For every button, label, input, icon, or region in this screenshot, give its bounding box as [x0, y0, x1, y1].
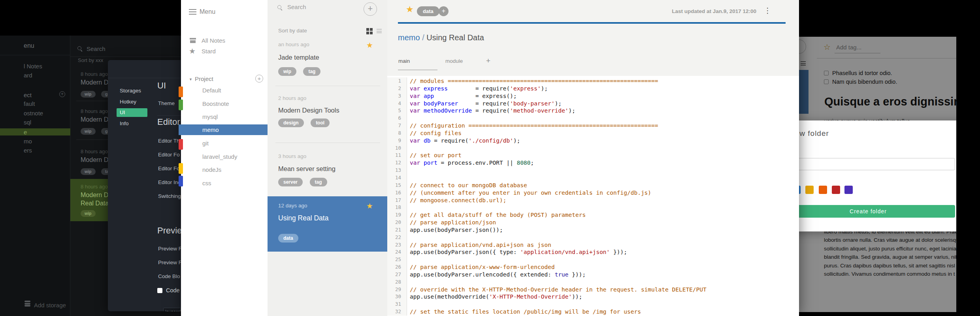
add-folder-icon[interactable]: + — [255, 75, 263, 83]
settings-nav-ui-selected[interactable]: UI — [117, 108, 147, 117]
settings-codeblock-row[interactable]: Code Blo — [158, 273, 180, 279]
tag-badge[interactable]: wip — [81, 91, 96, 98]
code-line[interactable]: 17// mongoose.connect(db.url); — [387, 197, 799, 204]
color-swatch[interactable] — [799, 186, 801, 194]
code-line[interactable]: 16// (uncomment after you enter in your … — [387, 189, 799, 197]
left-menu-label[interactable]: enu — [24, 42, 34, 49]
tag-badge[interactable]: data — [278, 234, 298, 243]
note-star-icon[interactable]: ★ — [366, 202, 373, 210]
code-line[interactable]: 11// set our port — [387, 152, 799, 159]
left-folder-item[interactable]: mo — [24, 138, 32, 145]
sidebar-folder[interactable]: laravel_study — [202, 153, 237, 160]
note-tag-badge[interactable]: data — [417, 6, 439, 16]
tag-badge[interactable]: wip — [278, 67, 296, 76]
code-line[interactable]: 15// connect to our mongoDB database — [387, 182, 799, 189]
project-header[interactable]: Project — [195, 75, 213, 82]
code-line[interactable]: 26// parse application/x-www-form-urlenc… — [387, 263, 799, 271]
breadcrumb-folder[interactable]: memo — [398, 33, 420, 42]
settings-editor-fontfamily-row[interactable]: Editor Fo — [158, 166, 180, 171]
sidebar-folder[interactable]: git — [202, 140, 209, 147]
code-line[interactable]: 25 — [387, 256, 799, 263]
sidebar-item-starred[interactable]: Stard — [202, 48, 216, 55]
sidebar-item-all-notes[interactable]: All Notes — [202, 37, 225, 44]
tag-badge[interactable]: server — [278, 178, 303, 186]
new-tab-button[interactable]: + — [486, 56, 490, 65]
code-line[interactable]: 28 — [387, 278, 799, 286]
settings-nav-info[interactable]: Info — [120, 120, 129, 126]
sidebar-folder-selected[interactable]: memo — [179, 124, 268, 135]
code-line[interactable]: 13 — [387, 167, 799, 174]
tag-badge[interactable]: wip — [81, 210, 96, 217]
code-editor[interactable]: 1// modules ============================… — [387, 76, 799, 316]
tag-badge[interactable]: tag — [303, 67, 320, 76]
left-sidebar-item-all-notes[interactable]: l Notes — [24, 63, 42, 70]
code-line[interactable]: 21app.use(bodyParser.json()); — [387, 226, 799, 234]
code-line[interactable]: 1// modules ============================… — [387, 77, 799, 85]
code-line[interactable]: 29// override with the X-HTTP-Method-Ove… — [387, 286, 799, 293]
note-star-toggle[interactable]: ★ — [406, 6, 414, 13]
create-folder-button[interactable]: Create folder — [799, 205, 955, 218]
color-swatch[interactable] — [805, 186, 814, 194]
project-collapse-icon[interactable]: ▼ — [189, 77, 192, 81]
settings-switching-row[interactable]: Switching — [158, 193, 181, 199]
code-line[interactable]: 7// configuration ======================… — [387, 122, 799, 130]
settings-editor-theme-row[interactable]: Editor Th — [158, 138, 180, 144]
kebab-menu-icon[interactable]: ⋮ — [764, 6, 771, 15]
settings-theme-row[interactable]: Theme — [158, 100, 175, 106]
tag-badge[interactable]: tool — [311, 118, 330, 127]
note-star-icon[interactable]: ★ — [366, 41, 373, 49]
settings-nav-storages[interactable]: Storages — [120, 88, 141, 94]
left-folder-item[interactable]: ostnote — [24, 110, 43, 117]
code-line[interactable]: 8// config files — [387, 130, 799, 137]
menu-icon[interactable] — [189, 9, 196, 16]
sidebar-folder[interactable]: nodeJs — [202, 166, 221, 173]
tag-badge[interactable]: wip — [81, 128, 96, 135]
code-line[interactable]: 2var express = require('express'); — [387, 85, 799, 92]
settings-theme-dropdown[interactable]: javascri — [163, 308, 181, 311]
code-line[interactable]: 24app.use(bodyParser.json({ type: 'appli… — [387, 248, 799, 256]
settings-preview-font-row[interactable]: Preview F — [158, 246, 181, 252]
code-line[interactable]: 18 — [387, 204, 799, 211]
code-line[interactable]: 27app.use(bodyParser.urlencoded({ extend… — [387, 271, 799, 278]
code-line[interactable]: 3var app = express(); — [387, 92, 799, 100]
left-folder-item[interactable]: fault — [24, 100, 35, 107]
code-line[interactable]: 14 — [387, 174, 799, 182]
settings-checkbox[interactable] — [157, 288, 162, 293]
code-line[interactable]: 19// get all data/stuff of the body (POS… — [387, 211, 799, 219]
sidebar-folder[interactable]: Default — [202, 87, 221, 94]
add-storage-button[interactable]: Add storage — [34, 302, 66, 308]
code-line[interactable]: 10 — [387, 145, 799, 152]
menu-label[interactable]: Menu — [200, 8, 215, 15]
sidebar-folder[interactable]: css — [202, 180, 211, 186]
note-selected[interactable]: 12 days ago ★ Using Real Data data — [268, 196, 387, 252]
note-title[interactable]: Modern Design Tools — [278, 107, 339, 114]
code-line[interactable]: 23// parse application/vnd.api+json as j… — [387, 241, 799, 249]
left-sort-control[interactable]: Sort by xxx — [78, 57, 103, 63]
list-view-icon[interactable] — [377, 29, 382, 34]
left-add-folder-icon[interactable]: + — [59, 91, 65, 97]
note-title[interactable]: Jade template — [278, 54, 319, 61]
settings-codeblock-checkbox-label[interactable]: Code B — [166, 287, 181, 293]
code-line[interactable]: 12var port = process.env.PORT || 8080; — [387, 159, 799, 167]
add-tag-button[interactable]: + — [439, 6, 449, 16]
sidebar-folder[interactable]: Boostnote — [202, 100, 229, 107]
code-line[interactable]: 9var db = require('./config/db'); — [387, 137, 799, 145]
settings-editor-indent-row[interactable]: Editor Ind — [158, 179, 181, 185]
new-note-button[interactable]: + — [364, 2, 377, 16]
left-selected-folder-row[interactable]: e — [0, 128, 70, 135]
code-line[interactable]: 31 — [387, 301, 799, 308]
left-folder-item[interactable]: sql — [24, 119, 31, 126]
code-line[interactable]: 4var bodyParser = require('body-parser')… — [387, 100, 799, 107]
tag-badge[interactable]: wip — [81, 168, 96, 175]
grid-view-icon[interactable] — [366, 28, 373, 35]
color-swatch[interactable] — [844, 186, 853, 194]
left-project-header[interactable]: ect — [24, 92, 32, 98]
code-line[interactable]: 30app.use(methodOverride('X-HTTP-Method-… — [387, 293, 799, 301]
settings-editor-fontsize-row[interactable]: Editor Fo — [158, 152, 180, 158]
left-search-input[interactable]: Search — [87, 45, 106, 52]
code-line[interactable]: 20// parse application/json — [387, 219, 799, 226]
code-line[interactable]: 5var methodOverride = require('method-ov… — [387, 107, 799, 115]
tag-badge[interactable]: design — [278, 118, 304, 127]
sidebar-folder[interactable]: mysql — [202, 113, 218, 120]
folder-name-input[interactable] — [799, 158, 955, 170]
